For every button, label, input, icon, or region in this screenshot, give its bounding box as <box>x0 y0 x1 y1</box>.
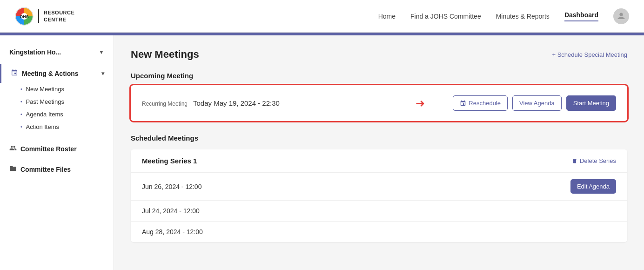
upcoming-meeting-date: Today May 19, 2024 - 22:30 <box>193 99 280 107</box>
logo-icon: OHS <box>15 7 34 26</box>
nav-find-committee[interactable]: Find a JOHS Committee <box>410 13 481 20</box>
table-row: Aug 28, 2024 - 12:00 <box>131 222 627 242</box>
delete-series-link[interactable]: Delete Series <box>572 157 616 164</box>
series-header: Meeting Series 1 Delete Series <box>131 149 627 173</box>
sidebar-item-committee-roster[interactable]: Committee Roster <box>0 139 114 159</box>
view-agenda-label: View Agenda <box>519 100 555 107</box>
recurring-badge: Recurring Meeting <box>142 101 188 107</box>
nav-minutes-reports[interactable]: Minutes & Reports <box>496 13 550 20</box>
header: OHS RESOURCE CENTRE Home Find a JOHS Com… <box>0 0 644 33</box>
reschedule-button[interactable]: Reschedule <box>453 95 508 111</box>
agenda-items-label: Agenda Items <box>26 111 63 118</box>
past-meetings-label: Past Meetings <box>26 98 64 105</box>
start-meeting-button[interactable]: Start Meeting <box>566 95 616 111</box>
upcoming-section-label: Upcoming Meeting <box>131 72 627 80</box>
action-items-label: Action Items <box>26 123 60 130</box>
scheduled-section-label: Scheduled Meetings <box>131 134 627 142</box>
page-title: New Meetings <box>131 48 199 61</box>
user-avatar[interactable] <box>613 8 629 24</box>
table-row: Jun 26, 2024 - 12:00 Edit Agenda <box>131 173 627 201</box>
upcoming-meeting-info: Recurring Meeting Today May 19, 2024 - 2… <box>142 99 280 107</box>
chevron-icon: ▾ <box>101 70 104 77</box>
nav-dashboard[interactable]: Dashboard <box>564 11 598 21</box>
committee-files-icon <box>9 165 17 174</box>
upcoming-meeting-actions: ➜ Reschedule View Agenda Start Meeting <box>453 95 616 111</box>
calendar-icon <box>460 100 466 107</box>
svg-text:OHS: OHS <box>20 14 29 19</box>
main-nav: Home Find a JOHS Committee Minutes & Rep… <box>378 8 629 24</box>
sidebar-item-new-meetings[interactable]: New Meetings <box>0 83 114 95</box>
table-row: Jul 24, 2024 - 12:00 <box>131 201 627 222</box>
org-name: Kingstation Ho... <box>9 48 61 56</box>
sidebar-meeting-actions-label: Meeting & Actions <box>22 70 79 77</box>
sidebar-item-past-meetings[interactable]: Past Meetings <box>0 95 114 108</box>
start-meeting-label: Start Meeting <box>573 100 609 107</box>
sidebar: Kingstation Ho... ▼ Meeting & Actions ▾ … <box>0 35 114 270</box>
meeting-date-1: Jun 26, 2024 - 12:00 <box>142 183 201 190</box>
meeting-actions-icon <box>11 69 18 78</box>
upcoming-meeting-card: Recurring Meeting Today May 19, 2024 - 2… <box>131 85 627 121</box>
delete-series-label: Delete Series <box>580 157 616 164</box>
new-meetings-label: New Meetings <box>26 86 64 93</box>
chevron-down-icon: ▼ <box>99 49 104 55</box>
sidebar-item-committee-files[interactable]: Committee Files <box>0 159 114 180</box>
edit-agenda-label: Edit Agenda <box>577 183 610 190</box>
logo-text: RESOURCE CENTRE <box>38 9 74 23</box>
sidebar-item-action-items[interactable]: Action Items <box>0 121 114 133</box>
sidebar-item-meeting-actions[interactable]: Meeting & Actions ▾ <box>0 64 114 83</box>
meeting-date-2: Jul 24, 2024 - 12:00 <box>142 207 200 215</box>
nav-home[interactable]: Home <box>378 13 396 20</box>
main-header: New Meetings + Schedule Special Meeting <box>131 48 627 61</box>
committee-files-label: Committee Files <box>20 166 71 173</box>
arrow-annotation: ➜ <box>416 97 425 110</box>
sidebar-item-agenda-items[interactable]: Agenda Items <box>0 108 114 121</box>
series-card: Meeting Series 1 Delete Series Jun 26, 2… <box>131 149 627 242</box>
layout: Kingstation Ho... ▼ Meeting & Actions ▾ … <box>0 35 644 270</box>
logo: OHS RESOURCE CENTRE <box>15 7 74 26</box>
reschedule-label: Reschedule <box>469 100 501 107</box>
view-agenda-button[interactable]: View Agenda <box>512 95 562 111</box>
trash-icon <box>572 158 577 164</box>
committee-roster-icon <box>9 144 17 154</box>
schedule-special-meeting-link[interactable]: + Schedule Special Meeting <box>552 51 627 58</box>
edit-agenda-button[interactable]: Edit Agenda <box>570 179 616 194</box>
org-selector[interactable]: Kingstation Ho... ▼ <box>0 45 114 64</box>
meeting-date-3: Aug 28, 2024 - 12:00 <box>142 228 203 236</box>
committee-roster-label: Committee Roster <box>20 145 77 153</box>
main-content: New Meetings + Schedule Special Meeting … <box>114 35 644 270</box>
series-title: Meeting Series 1 <box>142 157 197 165</box>
